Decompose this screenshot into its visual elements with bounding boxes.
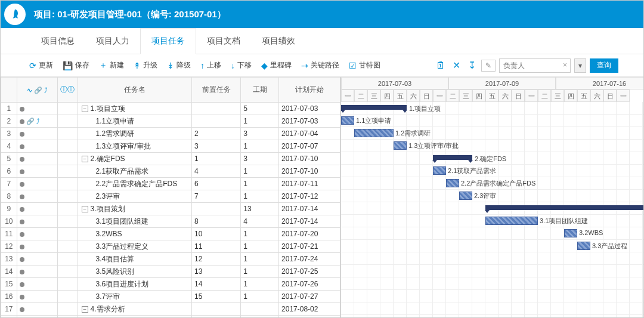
owner-search-input[interactable] bbox=[499, 58, 571, 73]
row-pred[interactable]: 16 bbox=[191, 316, 240, 319]
gantt-task-bar[interactable]: 2.1获取产品需求 bbox=[433, 166, 446, 175]
row-dur[interactable]: 1 bbox=[241, 178, 279, 190]
row-dur[interactable]: 1 bbox=[241, 240, 279, 253]
edit-icon[interactable]: ✎ bbox=[481, 60, 496, 72]
table-row[interactable]: 4 1.3立项评审/审批312017-07-07 bbox=[1, 140, 340, 153]
row-start[interactable]: 2017-07-14 bbox=[279, 215, 340, 228]
collapse-icon[interactable]: − bbox=[82, 306, 88, 313]
table-row[interactable]: 2 🔗 ⤴1.1立项申请12017-07-03 bbox=[1, 115, 340, 128]
gantt-summary-bar[interactable]: 2.确定FDS bbox=[433, 155, 472, 160]
table-row[interactable]: 13 3.4项目估算1212017-07-24 bbox=[1, 253, 340, 265]
row-start[interactable]: 2017-07-10 bbox=[279, 153, 340, 165]
new-button[interactable]: ＋新建 bbox=[95, 58, 128, 73]
row-start[interactable]: 2017-07-14 bbox=[279, 203, 340, 215]
close-view-icon[interactable]: ✕ bbox=[450, 60, 462, 72]
col-dur[interactable]: 工期 bbox=[241, 78, 279, 103]
table-row[interactable]: 12 3.3产品过程定义1112017-07-21 bbox=[1, 240, 340, 253]
row-dur[interactable]: 1 bbox=[241, 115, 279, 128]
row-pred[interactable]: 12 bbox=[191, 253, 240, 265]
gantt-task-bar[interactable]: 3.1项目团队组建 bbox=[485, 217, 538, 225]
export-icon[interactable]: ↧ bbox=[466, 60, 478, 72]
row-name[interactable]: −4.需求分析 bbox=[78, 303, 191, 316]
gantt-pane[interactable]: 2017-07-032017-07-092017-07-162017-07-2 … bbox=[341, 77, 643, 318]
table-row[interactable]: 6 2.1获取产品需求412017-07-10 bbox=[1, 165, 340, 178]
row-name[interactable]: 1.2需求调研 bbox=[78, 128, 191, 140]
tab-hr[interactable]: 项目人力 bbox=[85, 29, 140, 54]
gantt-task-bar[interactable]: 3.3产品过程 bbox=[577, 242, 590, 250]
table-row[interactable]: 8 2.3评审712017-07-12 bbox=[1, 190, 340, 203]
gantt-task-bar[interactable]: 2.3评审 bbox=[459, 192, 472, 200]
row-dur[interactable]: 1 bbox=[241, 291, 279, 303]
table-row[interactable]: 5 −2.确定FDS132017-07-10 bbox=[1, 153, 340, 165]
row-start[interactable]: 2017-07-21 bbox=[279, 240, 340, 253]
row-name[interactable]: 3.3产品过程定义 bbox=[78, 240, 191, 253]
row-dur[interactable]: 1 bbox=[241, 265, 279, 278]
row-dur[interactable]: 13 bbox=[241, 203, 279, 215]
collapse-icon[interactable]: − bbox=[82, 156, 88, 162]
table-row[interactable]: 7 2.2产品需求确定产品FDS612017-07-11 bbox=[1, 178, 340, 190]
row-start[interactable]: 2017-07-20 bbox=[279, 228, 340, 240]
row-name[interactable]: −2.确定FDS bbox=[78, 153, 191, 165]
row-start[interactable]: 2017-07-10 bbox=[279, 165, 340, 178]
gantt-summary-bar[interactable]: 1.项目立项 bbox=[341, 105, 407, 110]
row-name[interactable]: 3.4项目估算 bbox=[78, 253, 191, 265]
row-name[interactable]: 1.1立项申请 bbox=[78, 115, 191, 128]
task-grid-pane[interactable]: ∿ 🔗 ⤴ ⓘⓘ 任务名 前置任务 工期 计划开始 1 −1.项目立项52017… bbox=[1, 77, 341, 318]
table-row[interactable]: 9 −3.项目策划132017-07-14 bbox=[1, 203, 340, 215]
row-dur[interactable] bbox=[241, 316, 279, 319]
gantt-task-bar[interactable]: 2.2产品需求确定产品FDS bbox=[446, 179, 459, 187]
critical-button[interactable]: ⇢关键路径 bbox=[298, 58, 343, 73]
row-pred[interactable] bbox=[191, 103, 240, 115]
row-dur[interactable]: 3 bbox=[241, 128, 279, 140]
row-dur[interactable]: 4 bbox=[241, 215, 279, 228]
tab-perf[interactable]: 项目绩效 bbox=[251, 29, 306, 54]
row-start[interactable]: 2017-07-27 bbox=[279, 291, 340, 303]
row-name[interactable]: 3.6项目进度计划 bbox=[78, 278, 191, 291]
row-dur[interactable]: 1 bbox=[241, 253, 279, 265]
row-name[interactable]: 2.1获取产品需求 bbox=[78, 165, 191, 178]
row-dur[interactable] bbox=[241, 303, 279, 316]
row-dur[interactable]: 3 bbox=[241, 153, 279, 165]
row-start[interactable]: 2017-07-12 bbox=[279, 190, 340, 203]
gantt-task-bar[interactable]: 1.1立项申请 bbox=[341, 116, 354, 125]
calendar-icon[interactable]: 🗓 bbox=[435, 60, 447, 72]
clear-icon[interactable]: × bbox=[563, 61, 567, 69]
tab-info[interactable]: 项目信息 bbox=[30, 29, 85, 54]
table-row[interactable]: 15 3.6项目进度计划1412017-07-26 bbox=[1, 278, 340, 291]
owner-dropdown[interactable]: ▾ bbox=[574, 58, 586, 73]
row-name[interactable]: 3.7评审 bbox=[78, 291, 191, 303]
row-start[interactable] bbox=[279, 316, 340, 319]
row-start[interactable]: 2017-07-25 bbox=[279, 265, 340, 278]
table-row[interactable]: 16 3.7评审1512017-07-27 bbox=[1, 291, 340, 303]
row-start[interactable]: 2017-07-04 bbox=[279, 128, 340, 140]
gantt-task-bar[interactable]: 3.2WBS bbox=[564, 229, 577, 237]
save-button[interactable]: 💾保存 bbox=[59, 58, 93, 73]
refresh-button[interactable]: ⟳更新 bbox=[26, 58, 57, 73]
col-start[interactable]: 计划开始 bbox=[279, 78, 340, 103]
row-start[interactable]: 2017-07-03 bbox=[279, 115, 340, 128]
row-pred[interactable] bbox=[191, 303, 240, 316]
gantt-task-bar[interactable]: 1.2需求调研 bbox=[354, 129, 394, 137]
row-name[interactable]: 2.3评审 bbox=[78, 190, 191, 203]
row-pred[interactable]: 14 bbox=[191, 278, 240, 291]
row-name[interactable]: 4.1需求规格说明书制作 bbox=[78, 316, 191, 319]
row-pred[interactable]: 4 bbox=[191, 165, 240, 178]
downgrade-button[interactable]: ↡降级 bbox=[163, 58, 194, 73]
table-row[interactable]: 11 3.2WBS1012017-07-20 bbox=[1, 228, 340, 240]
row-name[interactable]: −1.项目立项 bbox=[78, 103, 191, 115]
row-pred[interactable]: 6 bbox=[191, 178, 240, 190]
row-pred[interactable]: 15 bbox=[191, 291, 240, 303]
row-pred[interactable] bbox=[191, 203, 240, 215]
row-pred[interactable]: 2 bbox=[191, 128, 240, 140]
movedown-button[interactable]: ↓下移 bbox=[227, 58, 255, 73]
gantt-button[interactable]: ☑甘特图 bbox=[345, 58, 384, 73]
row-pred[interactable]: 10 bbox=[191, 228, 240, 240]
row-dur[interactable]: 1 bbox=[241, 140, 279, 153]
tab-docs[interactable]: 项目文档 bbox=[196, 29, 251, 54]
row-pred[interactable] bbox=[191, 115, 240, 128]
row-dur[interactable]: 1 bbox=[241, 165, 279, 178]
upgrade-button[interactable]: ↟升级 bbox=[130, 58, 161, 73]
table-row[interactable]: 3 1.2需求调研232017-07-04 bbox=[1, 128, 340, 140]
row-pred[interactable]: 11 bbox=[191, 240, 240, 253]
row-name[interactable]: 3.2WBS bbox=[78, 228, 191, 240]
